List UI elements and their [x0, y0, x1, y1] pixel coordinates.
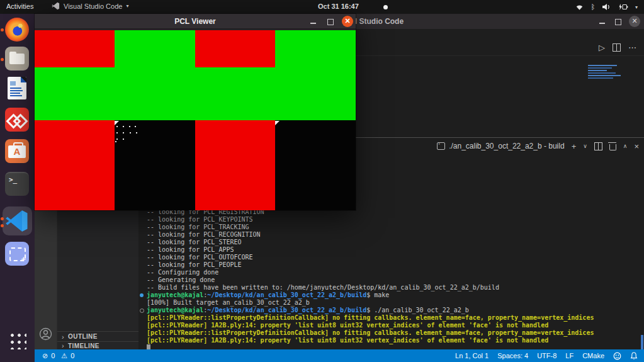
indentation[interactable]: Spaces: 4: [497, 352, 528, 359]
cursor-position[interactable]: Ln 1, Col 1: [455, 352, 489, 359]
chevron-right-icon: ›: [62, 342, 64, 349]
dock-item-anydesk[interactable]: [5, 108, 29, 132]
point-cloud-red-patch: [195, 120, 275, 210]
language-mode[interactable]: CMake: [582, 352, 604, 359]
close-button[interactable]: ✕: [629, 16, 640, 27]
terminal-line: janyutech@kajal:~/Desktop/kd/an_calib_30…: [147, 291, 389, 299]
app-indicator[interactable]: Visual Studio Code ▾: [52, 2, 128, 10]
dock-item-libreoffice-writer[interactable]: [5, 76, 29, 100]
split-editor-icon[interactable]: [613, 43, 621, 52]
activities-button[interactable]: Activities: [6, 3, 33, 10]
point-cloud-dot: [130, 132, 131, 133]
command-decoration-icon[interactable]: [140, 308, 144, 313]
new-terminal-button[interactable]: +: [572, 142, 577, 151]
terminal-line: [100%] Built target an_calib_30_oct_22_a…: [147, 299, 310, 307]
sidebar-section-timeline[interactable]: › TIMELINE: [57, 341, 139, 349]
screenshot-icon: +: [5, 242, 29, 266]
terminal-tab[interactable]: ./an_calib_30_oct_22_a2_b - build: [437, 142, 564, 150]
minimap[interactable]: [588, 65, 632, 80]
close-panel-icon[interactable]: ×: [634, 142, 639, 151]
warnings-icon: ⚠: [61, 352, 67, 360]
point-cloud-dot: [116, 139, 118, 140]
eol-sequence[interactable]: LF: [565, 352, 573, 359]
dock-item-vscode[interactable]: [5, 209, 29, 233]
ubuntu-dock: A >_ +: [0, 14, 35, 362]
terminal-tab-label: ./an_calib_30_oct_22_a2_b - build: [449, 142, 564, 150]
running-indicator: [1, 224, 4, 227]
minimap-line: [588, 75, 621, 76]
minimap-line: [588, 67, 612, 69]
point-cloud-red-patch: [195, 30, 275, 67]
point-cloud-dot: [123, 126, 124, 127]
vscode-icon: [52, 2, 60, 10]
terminal-line: -- Build files have been written to: /ho…: [147, 284, 499, 291]
terminal-line: [pcl::PLYReader] 1A2B.ply:14: property '…: [147, 322, 548, 329]
terminal-line: -- looking for PCL_KEYPOINTS: [147, 216, 253, 223]
dock-item-firefox[interactable]: [5, 18, 29, 42]
point-cloud-dot: [136, 132, 137, 133]
minimize-button[interactable]: [597, 16, 608, 27]
point-cloud-dot: [115, 141, 116, 142]
terminal-line: -- looking for PCL_PEOPLE: [147, 261, 242, 269]
pcl-titlebar[interactable]: PCL Viewer ✕: [35, 14, 356, 29]
minimap-line: [588, 70, 607, 71]
vscode-icon: [5, 209, 29, 233]
clock[interactable]: Oct 31 16:47: [318, 3, 359, 10]
maximize-panel-icon[interactable]: ∧: [623, 143, 628, 149]
pcl-viewport-canvas[interactable]: [35, 29, 356, 210]
run-button[interactable]: ▷: [599, 43, 605, 52]
terminal-line: -- looking for PCL_APPS: [147, 246, 234, 254]
caret-down-icon: ▾: [635, 4, 638, 10]
anydesk-icon: [5, 108, 29, 132]
feedback-icon[interactable]: [613, 352, 621, 360]
maximize-button[interactable]: [325, 16, 336, 27]
kill-terminal-icon[interactable]: [609, 144, 616, 150]
dock-item-ubuntu-software[interactable]: A: [5, 139, 29, 163]
notifications-bell-icon[interactable]: [630, 352, 638, 360]
encoding[interactable]: UTF-8: [537, 352, 556, 359]
empty-viewport: [115, 120, 195, 210]
system-status-area[interactable]: ᛒ ▾: [575, 0, 638, 14]
volume-icon: [602, 3, 611, 11]
sidebar-section-outline[interactable]: › OUTLINE: [57, 331, 139, 341]
running-indicator: [1, 28, 4, 31]
chevron-right-icon: ›: [62, 333, 64, 341]
minimize-button[interactable]: [308, 16, 319, 27]
minimap-line: [588, 65, 617, 66]
app-indicator-label: Visual Studio Code: [64, 3, 122, 10]
command-decoration-icon[interactable]: [140, 293, 144, 297]
terminal-line: janyutech@kajal:~/Desktop/kd/an_calib_30…: [147, 307, 469, 314]
launch-profile-caret-icon[interactable]: ∨: [583, 143, 587, 149]
show-applications-button[interactable]: [8, 331, 26, 349]
minimap-line: [588, 77, 613, 79]
terminal-line: [pcl::PLYReader::listPropertyDefinitionC…: [147, 329, 594, 337]
firefox-icon: [5, 18, 29, 42]
close-button[interactable]: ✕: [342, 16, 353, 27]
panel-header: ./an_calib_30_oct_22_a2_b - build + ∨ ∧ …: [437, 140, 639, 152]
maximize-button[interactable]: [613, 16, 624, 27]
terminal-line: -- Generating done: [147, 276, 215, 284]
split-terminal-icon[interactable]: [594, 142, 602, 150]
terminal-icon: [437, 142, 445, 150]
status-bar: ⊘ 0 ⚠ 0 Ln 1, Col 1 Spaces: 4 UTF-8 LF C…: [35, 349, 644, 362]
empty-viewport: [275, 120, 356, 210]
point-cloud-dot: [135, 126, 136, 127]
running-indicator: [1, 58, 4, 61]
wifi-icon: [575, 3, 584, 11]
pcl-viewer-window: PCL Viewer ✕: [35, 14, 356, 210]
dock-item-terminal[interactable]: >_: [5, 172, 29, 196]
terminal-line: [pcl::PLYReader::listPropertyDefinitionC…: [147, 314, 594, 322]
accounts-icon[interactable]: [39, 327, 52, 341]
point-cloud-dot: [116, 126, 118, 127]
errors-icon: ⊘: [42, 352, 48, 360]
gnome-top-bar: Activities Visual Studio Code ▾ Oct 31 1…: [0, 0, 644, 14]
dock-item-screenshot[interactable]: +: [5, 242, 29, 266]
ubuntu-software-icon: A: [5, 139, 29, 163]
more-actions-icon[interactable]: ⋯: [628, 43, 636, 52]
problems-status[interactable]: ⊘ 0 ⚠ 0: [42, 349, 74, 362]
dock-item-files[interactable]: [5, 47, 29, 71]
terminal-line: -- looking for PCL_STEREO: [147, 239, 242, 246]
point-cloud-dot: [123, 139, 124, 140]
warnings-count: 0: [71, 352, 74, 359]
battery-icon: [618, 3, 628, 11]
